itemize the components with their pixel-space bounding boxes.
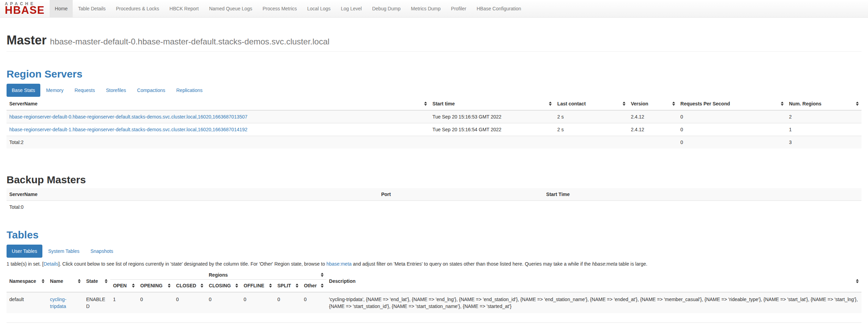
nav-link-named-queue-logs[interactable]: Named Queue Logs	[204, 0, 257, 17]
nav-link-home[interactable]: Home	[50, 0, 73, 17]
details-link[interactable]: Details	[43, 261, 58, 267]
col-version[interactable]: Version	[628, 97, 678, 110]
nav-item-metrics-dump[interactable]: Metrics Dump	[406, 0, 446, 17]
region-count-opening[interactable]: 0	[140, 297, 143, 302]
hbase-meta-link[interactable]: hbase:meta	[326, 261, 351, 267]
nav-link-local-logs[interactable]: Local Logs	[302, 0, 336, 17]
tab-system-tables[interactable]: System Tables	[43, 245, 85, 258]
tab-replications-link[interactable]: Replications	[171, 84, 207, 97]
sort-icon[interactable]	[856, 102, 859, 106]
nav-item-profiler[interactable]: Profiler	[446, 0, 471, 17]
nav-link-hbck-report[interactable]: HBCK Report	[164, 0, 204, 17]
nav-item-debug-dump[interactable]: Debug Dump	[367, 0, 406, 17]
nav-item-hbase-configuration[interactable]: HBase Configuration	[471, 0, 526, 17]
table-row: default cycling-tripdata ENABLED 1 0 0 0…	[7, 292, 861, 313]
col-split[interactable]: SPLIT	[275, 279, 301, 292]
region-count-offline[interactable]: 0	[244, 297, 246, 302]
nav-link-profiler[interactable]: Profiler	[446, 0, 471, 17]
nav-item-process-metrics[interactable]: Process Metrics	[257, 0, 302, 17]
col-name[interactable]: Name	[47, 271, 83, 292]
tab-storefiles[interactable]: Storefiles	[101, 84, 131, 97]
col-closed[interactable]: CLOSED	[173, 279, 206, 292]
nav-item-procedures-locks[interactable]: Procedures & Locks	[111, 0, 164, 17]
sort-icon[interactable]	[78, 279, 81, 283]
sort-icon[interactable]	[321, 284, 324, 288]
sort-icon[interactable]	[321, 273, 324, 277]
backup-masters-heading: Backup Masters	[7, 174, 861, 185]
region-count-other[interactable]: 0	[304, 297, 307, 302]
sort-icon[interactable]	[296, 284, 298, 288]
tab-system-tables-link[interactable]: System Tables	[43, 245, 85, 258]
sort-icon[interactable]	[424, 102, 427, 106]
tab-requests-link[interactable]: Requests	[69, 84, 100, 97]
region-count-closed[interactable]: 0	[176, 297, 179, 302]
nav-link-table-details[interactable]: Table Details	[73, 0, 111, 17]
tab-snapshots[interactable]: Snapshots	[85, 245, 118, 258]
regionserver-link[interactable]: hbase-regionserver-default-0.hbase-regio…	[9, 114, 247, 120]
sort-icon[interactable]	[201, 284, 203, 288]
col-num-regions[interactable]: Num. Regions	[786, 97, 861, 110]
nav-item-log-level[interactable]: Log Level	[336, 0, 367, 17]
tab-snapshots-link[interactable]: Snapshots	[85, 245, 118, 258]
region-count-closing[interactable]: 0	[209, 297, 212, 302]
nav-link-debug-dump[interactable]: Debug Dump	[367, 0, 406, 17]
sort-icon[interactable]	[132, 284, 135, 288]
col-start-time: Start Time	[543, 188, 861, 201]
sort-icon[interactable]	[168, 284, 171, 288]
col-open[interactable]: OPEN	[110, 279, 137, 292]
col-state[interactable]: State	[83, 271, 110, 292]
nav-link-metrics-dump[interactable]: Metrics Dump	[406, 0, 446, 17]
sort-icon[interactable]	[235, 284, 238, 288]
col-open-label: OPEN	[113, 282, 127, 289]
sort-icon[interactable]	[42, 279, 44, 283]
tab-storefiles-link[interactable]: Storefiles	[101, 84, 131, 97]
tab-memory-link[interactable]: Memory	[41, 84, 69, 97]
col-regions-group[interactable]: Regions	[110, 271, 326, 280]
nav-item-table-details[interactable]: Table Details	[73, 0, 111, 17]
nav-item-hbck-report[interactable]: HBCK Report	[164, 0, 204, 17]
sort-icon[interactable]	[856, 279, 859, 283]
region-count-open[interactable]: 1	[113, 297, 116, 302]
tab-requests[interactable]: Requests	[69, 84, 100, 97]
nav-item-local-logs[interactable]: Local Logs	[302, 0, 336, 17]
tab-compactions[interactable]: Compactions	[132, 84, 171, 97]
col-opening[interactable]: OPENING	[137, 279, 173, 292]
nav-item-home[interactable]: Home	[50, 0, 73, 17]
col-description[interactable]: Description	[326, 271, 861, 292]
region-count-split[interactable]: 0	[277, 297, 280, 302]
sort-icon[interactable]	[672, 102, 675, 106]
tab-base-stats[interactable]: Base Stats	[7, 84, 40, 97]
sort-icon[interactable]	[781, 102, 784, 106]
tab-replications[interactable]: Replications	[171, 84, 207, 97]
nav-item-named-queue-logs[interactable]: Named Queue Logs	[204, 0, 257, 17]
regionserver-link[interactable]: hbase-regionserver-default-1.hbase-regio…	[9, 127, 247, 132]
col-requests-per-second[interactable]: Requests Per Second	[678, 97, 786, 110]
col-last-contact-label: Last contact	[557, 100, 585, 107]
tab-compactions-link[interactable]: Compactions	[132, 84, 171, 97]
sort-icon[interactable]	[623, 102, 625, 106]
tab-memory[interactable]: Memory	[41, 84, 69, 97]
sort-icon[interactable]	[105, 279, 108, 283]
col-closing[interactable]: CLOSING	[206, 279, 241, 292]
tab-base-stats-link[interactable]: Base Stats	[7, 84, 40, 97]
col-start-time[interactable]: Start time	[430, 97, 554, 110]
sort-icon[interactable]	[549, 102, 552, 106]
nav-link-procedures-locks[interactable]: Procedures & Locks	[111, 0, 164, 17]
total-label: Total:2	[7, 136, 430, 148]
nav-link-process-metrics[interactable]: Process Metrics	[257, 0, 302, 17]
sort-icon[interactable]	[269, 284, 272, 288]
table-name-link[interactable]: cycling-tripdata	[50, 297, 66, 309]
col-other[interactable]: Other	[301, 279, 326, 292]
col-last-contact[interactable]: Last contact	[554, 97, 628, 110]
col-servername[interactable]: ServerName	[7, 97, 430, 110]
nav-link-log-level[interactable]: Log Level	[336, 0, 367, 17]
user-tables-table: Namespace Name State Regions Description…	[7, 271, 861, 313]
col-offline[interactable]: OFFLINE	[241, 279, 275, 292]
cell-start-time: Tue Sep 20 15:16:53 GMT 2022	[430, 110, 554, 123]
tab-user-tables[interactable]: User Tables	[7, 245, 42, 258]
nav-link-hbase-configuration[interactable]: HBase Configuration	[471, 0, 526, 17]
col-namespace[interactable]: Namespace	[7, 271, 47, 292]
hbase-logo[interactable]: APACHE HBASE	[0, 0, 50, 17]
region-servers-section: Region Servers Base Stats Memory Request…	[7, 68, 861, 148]
tab-user-tables-link[interactable]: User Tables	[7, 245, 42, 258]
